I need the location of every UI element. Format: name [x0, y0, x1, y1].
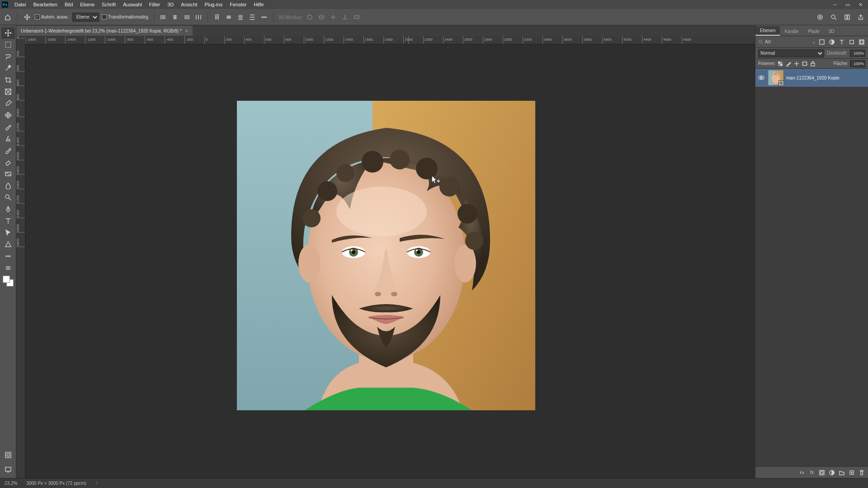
document-tab-close-icon[interactable]: × [185, 28, 188, 33]
document-tab[interactable]: Unbenannt-1-Wiederhergestellt bei 23,2% … [16, 26, 193, 36]
status-arrow-icon[interactable]: 〉 [95, 480, 100, 487]
lasso-tool[interactable] [1, 51, 15, 62]
align-left-icon[interactable] [159, 13, 168, 22]
menu-datei[interactable]: Datei [11, 0, 30, 9]
layer-thumbnail[interactable] [768, 70, 783, 85]
filter-smart-icon[interactable] [858, 38, 865, 46]
crop-tool[interactable] [1, 74, 15, 86]
link-layers-icon[interactable] [798, 469, 806, 476]
new-group-icon[interactable] [838, 469, 845, 476]
distribute-v-icon[interactable] [248, 13, 257, 22]
align-middle-v-icon[interactable] [224, 13, 233, 22]
lock-transparent-icon[interactable] [777, 61, 783, 67]
home-button[interactable] [3, 12, 13, 22]
svg-rect-8 [845, 15, 847, 19]
panel-tab-3d[interactable]: 3D [824, 27, 839, 36]
horizontal-ruler[interactable]: -1800-1600-1400-1200-1000-800-600-400-20… [25, 36, 755, 44]
align-top-icon[interactable] [212, 13, 222, 22]
new-layer-icon[interactable] [848, 469, 855, 476]
menu-auswahl[interactable]: Auswahl [119, 0, 146, 9]
distribute-h-icon[interactable] [194, 13, 203, 22]
filter-adjust-icon[interactable] [828, 38, 835, 46]
cloud-docs-icon[interactable] [816, 13, 825, 22]
search-icon[interactable] [829, 13, 838, 22]
more-tools[interactable] [1, 250, 15, 262]
align-bottom-icon[interactable] [236, 13, 245, 22]
layer-visibility-icon[interactable] [757, 74, 765, 82]
svg-point-30 [390, 150, 410, 169]
menu-ansicht[interactable]: Ansicht [177, 0, 201, 9]
menu-bearbeiten[interactable]: Bearbeiten [30, 0, 61, 9]
workspace-icon[interactable] [843, 13, 852, 22]
menu-fenster[interactable]: Fenster [226, 0, 250, 9]
magic-wand-tool[interactable] [1, 62, 15, 74]
window-close-button[interactable]: ✕ [854, 1, 866, 8]
history-brush-tool[interactable] [1, 145, 15, 156]
canvas-area[interactable]: ✥ [25, 44, 755, 478]
auto-select-target-select[interactable]: Ebene [72, 13, 99, 22]
quick-mask-tool[interactable] [1, 449, 15, 461]
layer-fx-icon[interactable]: fx [808, 469, 816, 476]
share-icon[interactable] [856, 13, 865, 22]
panel-tab-pfade[interactable]: Pfade [803, 27, 824, 36]
eyedropper-tool[interactable] [1, 98, 15, 109]
shape-tool[interactable] [1, 239, 15, 250]
dodge-tool[interactable] [1, 192, 15, 203]
align-center-h-icon[interactable] [170, 13, 179, 22]
fill-input[interactable] [850, 60, 865, 67]
lock-image-icon[interactable] [785, 61, 792, 67]
brush-tool[interactable] [1, 121, 15, 133]
marquee-tool[interactable] [1, 39, 15, 51]
frame-tool[interactable] [1, 86, 15, 98]
panel-tab-ebenen[interactable]: Ebenen [755, 26, 780, 36]
color-swatch[interactable] [3, 276, 14, 286]
blend-mode-select[interactable]: Normal [758, 49, 824, 57]
gradient-tool[interactable] [1, 168, 15, 180]
path-selection-tool[interactable] [1, 227, 15, 239]
delete-layer-icon[interactable] [858, 469, 865, 476]
menu-plug-ins[interactable]: Plug-ins [201, 0, 226, 9]
transform-controls-checkbox[interactable]: Transformationsstrg. [102, 14, 149, 19]
zoom-level[interactable]: 23,2% [5, 481, 17, 486]
lock-position-icon[interactable] [793, 61, 800, 67]
svg-rect-21 [5, 467, 11, 471]
lock-all-icon[interactable] [810, 61, 816, 67]
pen-tool[interactable] [1, 203, 15, 215]
filter-pixel-icon[interactable] [818, 38, 826, 46]
menu-schrift[interactable]: Schrift [98, 0, 119, 9]
menu-filter[interactable]: Filter [146, 0, 164, 9]
app-icon: Ps [2, 1, 8, 8]
vertical-ruler[interactable]: 0200400600800100012001400160018002000220… [16, 36, 25, 478]
panel-tab-kanäle[interactable]: Kanäle [780, 27, 803, 36]
type-tool[interactable] [1, 215, 15, 227]
menu-bild[interactable]: Bild [61, 0, 76, 9]
layers-filter-type[interactable]: Art ⌄ [758, 39, 816, 44]
move-tool[interactable] [1, 27, 15, 39]
ruler-tick: 1600 [363, 36, 373, 44]
adjustment-layer-icon[interactable] [828, 469, 835, 476]
align-right-icon[interactable] [182, 13, 191, 22]
menu-ebene[interactable]: Ebene [76, 0, 98, 9]
opacity-input[interactable] [850, 50, 865, 57]
healing-brush-tool[interactable] [1, 109, 15, 121]
add-mask-icon[interactable] [818, 469, 826, 476]
menu-3d[interactable]: 3D [164, 0, 177, 9]
document-info[interactable]: 3000 Px × 3000 Px (72 ppcm) [26, 481, 86, 486]
ruler-tick: -600 [145, 36, 153, 44]
edit-toolbar[interactable] [1, 262, 15, 274]
eraser-tool[interactable] [1, 156, 15, 168]
layer-name[interactable]: man-1122364_1920 Kopie [786, 75, 840, 80]
lock-artboard-icon[interactable] [802, 61, 808, 67]
filter-type-icon[interactable] [838, 38, 845, 46]
screen-mode-tool[interactable] [1, 464, 15, 475]
auto-select-checkbox[interactable]: ✓Autom. ausw.: [35, 14, 70, 19]
layer-row[interactable]: man-1122364_1920 Kopie [755, 69, 868, 87]
more-align-icon[interactable] [259, 13, 269, 22]
filter-shape-icon[interactable] [848, 38, 855, 46]
window-restore-button[interactable]: ▭ [842, 1, 854, 8]
clone-stamp-tool[interactable] [1, 133, 15, 145]
menu-hilfe[interactable]: Hilfe [250, 0, 267, 9]
blur-tool[interactable] [1, 180, 15, 192]
window-minimize-button[interactable]: ─ [829, 1, 841, 8]
ruler-tick: 1200 [324, 36, 333, 44]
